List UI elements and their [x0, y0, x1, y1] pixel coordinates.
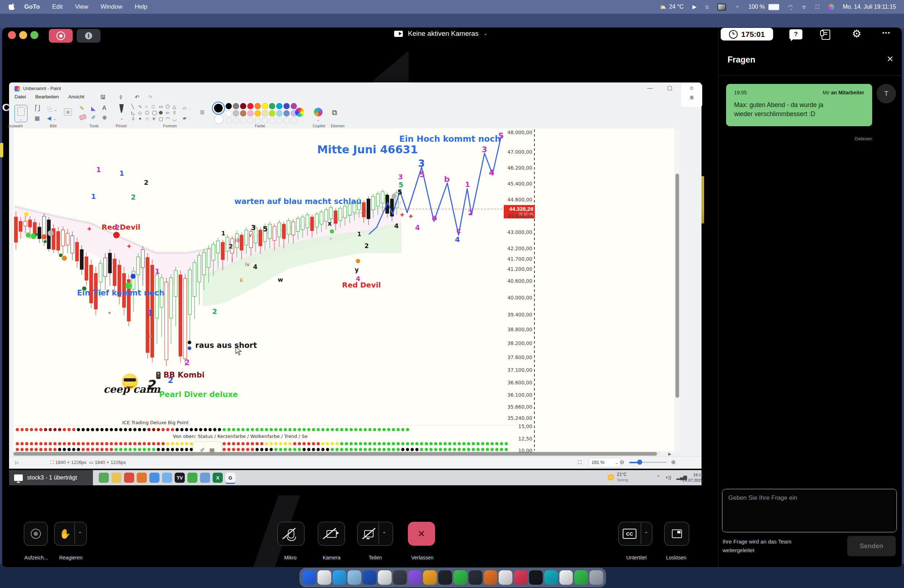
layers-icon[interactable]: ⧉ [332, 109, 337, 117]
palette-empty[interactable] [226, 117, 232, 124]
zoom-window-button[interactable] [30, 31, 38, 39]
goto-overlay-widget[interactable]: ⧉▣ [681, 84, 702, 107]
palette-empty[interactable] [283, 117, 290, 124]
palette-empty[interactable] [262, 117, 268, 124]
taskbar-app-icons[interactable]: TVXG [99, 473, 235, 484]
shape-glyph[interactable]: ⬟ [159, 110, 163, 115]
dock-app-icon[interactable] [393, 570, 407, 585]
palette-color[interactable] [283, 103, 290, 109]
shape-glyph[interactable]: ◇ [138, 110, 142, 115]
dock-app-icon[interactable] [302, 570, 316, 585]
shape-glyph[interactable]: ╲ [131, 104, 134, 109]
send-button[interactable]: Senden [847, 536, 896, 556]
color-wheel-icon[interactable] [295, 108, 304, 117]
taskbar-clock[interactable]: 19:1114.07.2025 [682, 472, 703, 483]
taskbar-app-icon[interactable] [162, 473, 172, 483]
leave-button[interactable]: ✕ [408, 522, 435, 546]
taskbar-app-icon[interactable]: TV [175, 473, 185, 483]
paint-menu-datei[interactable]: Datei [14, 94, 26, 101]
zoom-slider-knob[interactable] [637, 460, 642, 465]
palette-empty[interactable] [233, 117, 239, 124]
palette-color[interactable] [226, 110, 232, 117]
fit-to-window-icon[interactable]: ⛶ [578, 459, 582, 465]
paint-menu-bearbeiten[interactable]: Bearbeiten [35, 94, 59, 101]
palette-color[interactable] [276, 103, 283, 109]
text-tool-icon[interactable]: A [102, 105, 106, 111]
color-picker-icon[interactable]: ✐ [91, 114, 96, 121]
palette-color[interactable] [226, 103, 232, 109]
taskbar-app-icon[interactable] [200, 473, 210, 483]
menu-window[interactable]: Window [101, 3, 122, 11]
taskbar-app-icon[interactable] [187, 473, 198, 483]
react-button[interactable]: ✋ ⌃ [54, 522, 87, 546]
selection-tool[interactable]: ⌄ [14, 105, 27, 122]
play-status-icon[interactable]: ▶ [692, 4, 697, 10]
redo-icon[interactable]: ↷ [148, 94, 153, 101]
user-app-icon[interactable] [828, 4, 834, 10]
avatar[interactable]: T [877, 84, 896, 103]
dock-app-icon[interactable] [363, 570, 376, 585]
palette-color[interactable] [240, 103, 246, 109]
display-icon[interactable] [718, 4, 726, 11]
questions-panel-button[interactable]: ? [789, 29, 802, 40]
rotate-icon[interactable]: ◀ ⌄ [47, 115, 57, 122]
copilot-chevron[interactable]: ⌄ [316, 117, 320, 122]
close-panel-icon[interactable]: ✕ [887, 54, 893, 64]
outline-dropdown[interactable]: ▱ ⌄ [183, 105, 192, 111]
floating-selection-toolbar[interactable]: ✐▦ [193, 441, 222, 458]
camera-button[interactable] [318, 522, 345, 546]
palette-color[interactable] [247, 110, 253, 117]
dock-app-icon[interactable] [589, 570, 603, 585]
shape-glyph[interactable]: ☆ [145, 117, 149, 121]
taskbar-weather[interactable]: 21°CSonnig [607, 472, 628, 483]
color1-selected[interactable] [212, 102, 225, 115]
pencil-icon[interactable]: ✎ [79, 105, 84, 112]
taskbar-app-icon[interactable]: G [225, 473, 235, 484]
paint-menu-ansicht[interactable]: Ansicht [68, 94, 84, 101]
taskbar-app-icon[interactable] [149, 473, 160, 483]
dock-app-icon[interactable] [574, 570, 588, 585]
shape-glyph[interactable]: ✦ [138, 117, 142, 121]
share-screen-button[interactable]: ⌃ [357, 522, 393, 546]
palette-color[interactable] [262, 110, 268, 117]
shape-glyph[interactable]: ⬡ [145, 110, 149, 115]
shapes-grid[interactable]: ╲∿○□▭⬠△◺◇⬡◯⬟⇦⇧⇩✦☆✳▢◠◡ [131, 104, 178, 124]
palette-color[interactable] [254, 110, 261, 117]
palette-empty[interactable] [254, 117, 261, 124]
share-icon[interactable]: ⇪ [119, 94, 123, 101]
shape-glyph[interactable]: ◺ [131, 110, 135, 115]
resize-icon[interactable]: ⿻ ⌄ [47, 105, 57, 112]
palette-color[interactable] [247, 103, 253, 109]
dock-app-icon[interactable] [544, 570, 558, 585]
dock-app-icon[interactable] [318, 570, 331, 585]
captions-chevron-icon[interactable]: ⌃ [644, 531, 648, 536]
question-message[interactable]: 19:05 Mir an Mitarbeiter Max: guten Aben… [726, 84, 872, 126]
menu-help[interactable]: Help [134, 3, 147, 11]
select-all-icon[interactable]: ▦ [35, 115, 40, 122]
wifi-icon[interactable]: ◠̤ [788, 4, 793, 10]
palette-color[interactable] [262, 103, 268, 109]
menubar-clock[interactable]: Mo. 14. Juli 19:11:15 [843, 4, 896, 10]
shape-glyph[interactable]: ⇦ [166, 110, 169, 115]
shape-glyph[interactable]: ∿ [138, 104, 142, 109]
palette-color[interactable] [291, 103, 297, 109]
dock-app-icon[interactable] [333, 570, 346, 585]
palette-empty[interactable] [247, 117, 253, 124]
undo-icon[interactable]: ↶ [135, 94, 139, 101]
dock-app-icon[interactable] [438, 570, 452, 585]
palette-empty[interactable] [291, 117, 297, 124]
meeting-timer[interactable]: 175:01 [721, 28, 773, 41]
palette-color[interactable] [269, 110, 275, 117]
dock-app-icon[interactable] [378, 570, 392, 585]
palette-color[interactable] [254, 103, 261, 109]
close-window-button[interactable] [8, 31, 16, 39]
zoom-out-icon[interactable]: ⊖ [620, 459, 624, 465]
brush-chevron-icon[interactable]: ⌄ [120, 116, 124, 121]
palette-empty[interactable] [240, 117, 246, 124]
search-icon[interactable]: 🜄 [801, 4, 807, 10]
camera-status-dropdown[interactable]: Keine aktiven Kameras ⌄ [394, 30, 487, 38]
size-icon[interactable]: ≣ [200, 109, 205, 116]
shape-glyph[interactable]: ✳ [152, 117, 156, 121]
settings-button[interactable]: ⚙ [852, 27, 861, 40]
palette-color[interactable] [233, 110, 239, 117]
